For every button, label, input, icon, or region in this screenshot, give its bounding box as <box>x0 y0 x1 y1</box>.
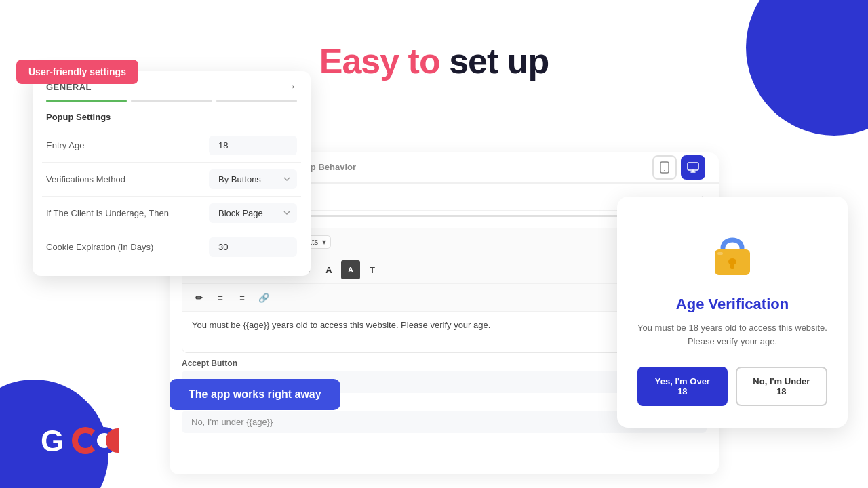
svg-rect-6 <box>717 252 723 255</box>
underage-label: If The Client Is Underage, Then <box>46 208 209 218</box>
svg-text:G: G <box>41 424 64 458</box>
eraser-btn[interactable]: ✏ <box>189 288 208 307</box>
age-btn-row: Yes, I'm Over 18 No, I'm Under 18 <box>637 367 827 406</box>
editor-text: You must be {{age}} years old to access … <box>192 320 490 330</box>
settings-row-entry-age: Entry Age 18 <box>42 129 301 163</box>
header-colored-text: Easy to <box>319 41 440 81</box>
entry-age-label: Entry Age <box>46 140 209 150</box>
font-color-btn[interactable]: A <box>319 260 338 279</box>
section-arrow[interactable]: → <box>286 81 298 93</box>
entry-age-value: 18 <box>209 136 297 155</box>
accept-age-button[interactable]: Yes, I'm Over 18 <box>637 367 728 406</box>
lock-icon <box>637 224 827 285</box>
formats-chevron-icon: ▾ <box>322 237 326 247</box>
popup-settings-label: Popup Settings <box>33 112 311 129</box>
highlight-btn[interactable]: A <box>341 260 360 279</box>
settings-card: GENERAL → Popup Settings Entry Age 18 Ve… <box>33 71 311 276</box>
settings-row-underage: If The Client Is Underage, Then Block Pa… <box>42 197 301 230</box>
align-list-btn[interactable]: ≡ <box>233 288 252 307</box>
age-verify-panel: Age Verification You must be 18 years ol… <box>617 197 848 428</box>
underage-select[interactable]: Block Page Redirect <box>209 203 297 223</box>
desktop-view-btn[interactable] <box>681 155 705 180</box>
align-left-btn[interactable]: ≡ <box>211 288 230 307</box>
link-btn[interactable]: 🔗 <box>254 288 273 307</box>
age-verify-title: Age Verification <box>637 296 827 313</box>
cookie-value: 30 <box>209 237 297 257</box>
svg-rect-2 <box>688 163 698 170</box>
verification-select[interactable]: By Buttons By Date <box>209 169 297 189</box>
progress-seg-1 <box>46 100 127 102</box>
svg-point-9 <box>78 433 93 448</box>
progress-seg-2 <box>131 100 212 102</box>
svg-point-1 <box>664 170 665 171</box>
age-verify-text: You must be 18 years old to access this … <box>637 321 827 348</box>
view-toggles <box>652 155 705 180</box>
clear-format-btn[interactable]: T <box>363 260 382 279</box>
progress-bar-row <box>33 93 311 112</box>
verification-label: Verifications Method <box>46 174 209 184</box>
settings-row-cookie: Cookie Expiration (In Days) 30 <box>42 230 301 264</box>
svg-rect-5 <box>730 264 734 269</box>
cookie-label: Cookie Expiration (In Days) <box>46 242 209 252</box>
reject-age-button[interactable]: No, I'm Under 18 <box>736 367 827 406</box>
user-friendly-badge: User-friendly settings <box>16 60 138 84</box>
logo: G <box>41 423 119 461</box>
mobile-view-btn[interactable] <box>652 155 677 180</box>
header-plain-text: set up <box>449 41 549 81</box>
settings-rows: Entry Age 18 Verifications Method By But… <box>33 129 311 276</box>
app-works-badge: The app works right away <box>170 379 340 410</box>
progress-seg-3 <box>216 100 297 102</box>
settings-row-verification: Verifications Method By Buttons By Date <box>42 163 301 197</box>
